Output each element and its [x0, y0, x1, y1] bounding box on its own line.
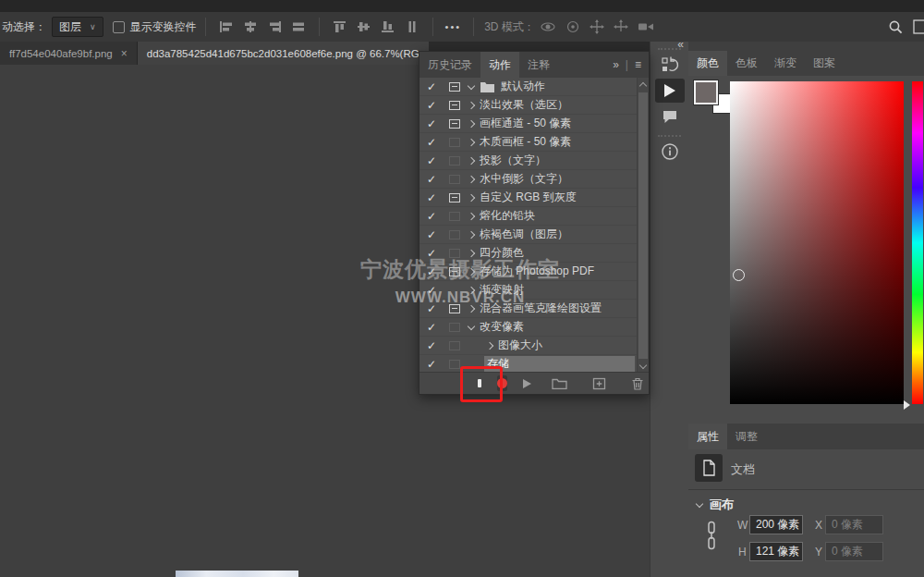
expand-chevron-icon[interactable]: [468, 138, 475, 145]
foreground-color-swatch[interactable]: [694, 80, 718, 104]
scroll-down-icon[interactable]: [639, 362, 647, 369]
action-row[interactable]: ✓混合器画笔克隆绘图设置: [419, 300, 649, 318]
dialog-toggle-icon[interactable]: [444, 267, 466, 276]
action-row[interactable]: ✓图像大小: [419, 337, 649, 355]
width-field[interactable]: 200 像素: [749, 515, 803, 534]
expand-chevron-icon[interactable]: [468, 304, 475, 312]
expand-chevron-icon[interactable]: [468, 175, 475, 182]
action-checkbox[interactable]: ✓: [419, 284, 444, 297]
action-row[interactable]: ✓渐变映射: [419, 281, 649, 300]
history-panel-icon[interactable]: [655, 53, 685, 77]
action-row[interactable]: ✓四分颜色: [419, 244, 649, 263]
collapse-chevron-icon[interactable]: [468, 322, 475, 329]
scrollbar-thumb[interactable]: [638, 92, 648, 359]
action-row[interactable]: ✓存储为 Photoshop PDF: [419, 263, 649, 281]
document-properties-button[interactable]: [695, 454, 723, 482]
action-checkbox[interactable]: ✓: [419, 339, 444, 352]
canvas-section-header[interactable]: 画布: [697, 497, 734, 513]
action-checkbox[interactable]: ✓: [419, 358, 444, 371]
action-row[interactable]: ✓水中倒影（文字）: [419, 170, 649, 189]
dialog-toggle-icon[interactable]: [444, 249, 466, 258]
workspace-icon[interactable]: [913, 19, 924, 34]
show-transform-checkbox[interactable]: [113, 21, 125, 33]
align-horizontal-centers-icon[interactable]: [243, 20, 258, 33]
panel-collapse-icon[interactable]: »: [613, 58, 619, 71]
tab-history[interactable]: 历史记录: [419, 52, 480, 78]
action-row[interactable]: ✓棕褐色调（图层）: [419, 226, 649, 244]
3d-roll-icon[interactable]: [565, 19, 580, 34]
action-checkbox[interactable]: ✓: [419, 191, 444, 204]
action-checkbox[interactable]: ✓: [419, 321, 444, 334]
more-align-options-icon[interactable]: •••: [445, 21, 462, 32]
action-row[interactable]: ✓默认动作: [419, 78, 649, 96]
action-row[interactable]: ✓木质画框 - 50 像素: [419, 133, 649, 152]
tab-color[interactable]: 颜色: [688, 51, 727, 76]
auto-select-dropdown[interactable]: 图层 ∨: [52, 17, 103, 37]
action-checkbox[interactable]: ✓: [419, 80, 444, 93]
expand-chevron-icon[interactable]: [468, 193, 475, 201]
action-row[interactable]: ✓存储: [419, 355, 649, 374]
action-checkbox[interactable]: ✓: [419, 173, 444, 186]
dialog-toggle-icon[interactable]: [444, 175, 466, 184]
expand-chevron-icon[interactable]: [468, 119, 475, 127]
expand-chevron-icon[interactable]: [468, 249, 475, 256]
align-bottom-edges-icon[interactable]: [381, 20, 395, 33]
tab-gradients[interactable]: 渐变: [766, 51, 805, 76]
dock-grip[interactable]: [658, 135, 681, 137]
expand-chevron-icon[interactable]: [468, 267, 475, 275]
search-icon[interactable]: [888, 19, 904, 35]
expand-chevron-icon[interactable]: [486, 341, 493, 349]
expand-chevron-icon[interactable]: [468, 286, 475, 293]
dialog-toggle-icon[interactable]: [444, 82, 466, 92]
3d-pan-icon[interactable]: [590, 19, 604, 34]
play-button[interactable]: [523, 379, 531, 388]
expand-chevron-icon[interactable]: [468, 156, 475, 164]
action-checkbox[interactable]: ✓: [419, 99, 444, 112]
action-checkbox[interactable]: ✓: [419, 302, 444, 315]
panel-menu-icon[interactable]: ≡: [635, 58, 641, 71]
document-tab[interactable]: ff7d54e040afe9bf.png ×: [0, 42, 138, 65]
distribute-horizontal-icon[interactable]: [405, 20, 419, 33]
scroll-up-icon[interactable]: [639, 82, 647, 90]
tab-adjustments[interactable]: 调整: [727, 424, 766, 449]
hue-slider-arrow-icon[interactable]: [904, 400, 910, 410]
action-checkbox[interactable]: ✓: [419, 154, 444, 167]
dialog-toggle-icon[interactable]: [444, 230, 466, 239]
align-left-edges-icon[interactable]: [219, 20, 234, 33]
action-checkbox[interactable]: ✓: [419, 136, 444, 149]
hue-slider[interactable]: [912, 81, 923, 404]
dialog-toggle-icon[interactable]: [444, 193, 466, 203]
align-vertical-centers-icon[interactable]: [357, 20, 371, 33]
x-field[interactable]: 0 像素: [825, 515, 883, 534]
color-picker-circle-icon[interactable]: [733, 269, 745, 281]
dialog-toggle-icon[interactable]: [444, 212, 466, 221]
expand-chevron-icon[interactable]: [468, 230, 475, 238]
dialog-toggle-icon[interactable]: [444, 138, 466, 147]
action-row[interactable]: ✓自定义 RGB 到灰度: [419, 189, 649, 207]
action-row[interactable]: ✓改变像素: [419, 318, 649, 337]
fg-bg-swatches[interactable]: [694, 80, 731, 119]
new-action-button[interactable]: [592, 377, 606, 390]
action-checkbox[interactable]: ✓: [419, 265, 444, 278]
action-checkbox[interactable]: ✓: [419, 117, 444, 130]
collapse-chevron-icon[interactable]: [468, 81, 475, 89]
dialog-toggle-icon[interactable]: [444, 101, 466, 110]
align-right-edges-icon[interactable]: [267, 20, 282, 33]
dialog-toggle-icon[interactable]: [444, 341, 466, 350]
action-checkbox[interactable]: ✓: [419, 247, 444, 260]
scrollbar[interactable]: [637, 78, 649, 374]
tab-swatches[interactable]: 色板: [727, 51, 766, 76]
notes-panel-icon[interactable]: [655, 104, 685, 129]
actions-panel-icon[interactable]: [655, 79, 685, 103]
tab-patterns[interactable]: 图案: [805, 51, 844, 76]
3d-orbit-icon[interactable]: [540, 19, 556, 34]
close-icon[interactable]: ×: [121, 47, 128, 60]
expand-chevron-icon[interactable]: [468, 101, 475, 108]
align-top-edges-icon[interactable]: [333, 20, 347, 33]
expand-chevron-icon[interactable]: [468, 212, 475, 219]
action-row[interactable]: ✓熔化的铅块: [419, 207, 649, 226]
action-checkbox[interactable]: ✓: [419, 210, 444, 223]
action-row[interactable]: ✓投影（文字）: [419, 152, 649, 170]
action-checkbox[interactable]: ✓: [419, 228, 444, 241]
tab-actions[interactable]: 动作: [480, 52, 519, 78]
